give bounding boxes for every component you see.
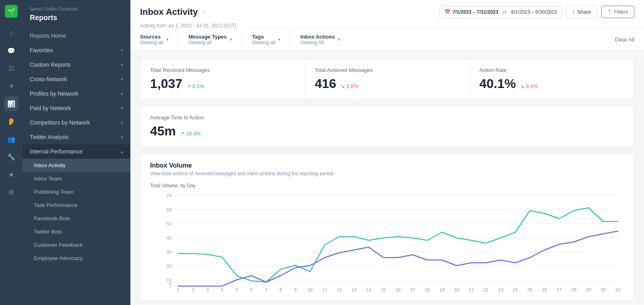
- filter-message-types[interactable]: Message Types Viewing all ▾: [188, 29, 242, 50]
- filter-bar: Sources Viewing all ▾ Message Types View…: [130, 29, 644, 51]
- nav-sub-facebook-bots[interactable]: Facebook Bots: [23, 212, 130, 225]
- page-subtitle: Activity from Jul 1, 2023 - Jul 31, 2023…: [140, 23, 634, 29]
- svg-text:14: 14: [366, 287, 371, 292]
- stat-received-change: ↗ 6.1%: [187, 83, 204, 89]
- current-date-range: 7/1/2023 – 7/31/2023: [453, 9, 498, 15]
- svg-text:3: 3: [206, 287, 209, 292]
- avg-time-change: ↗ 19.9%: [180, 131, 201, 137]
- twitter-chevron: ▾: [121, 135, 123, 140]
- svg-text:6: 6: [250, 287, 253, 292]
- chart-section: Inbox Volume View total volume of receiv…: [140, 154, 634, 301]
- filter-inbox-actions[interactable]: Inbox Actions Viewing All ▾: [300, 29, 350, 50]
- custom-reports-chevron: ▾: [121, 62, 123, 68]
- avg-time-card: Average Time to Action 45m ↗ 19.9%: [140, 106, 634, 147]
- nav-custom-reports[interactable]: Custom Reports ▾: [23, 57, 130, 72]
- nav-profiles-by-network[interactable]: Profiles by Network ▾: [23, 86, 130, 101]
- stat-received-messages: Total Received Messages 1,037 ↗ 6.1%: [140, 59, 305, 99]
- nav-sub-customer-feedback[interactable]: Customer Feedback: [23, 238, 130, 252]
- svg-text:2: 2: [192, 287, 194, 292]
- page-title-area: Inbox Activity ☆: [140, 7, 207, 17]
- internal-chevron: ▴: [121, 149, 123, 154]
- svg-text:24: 24: [513, 287, 518, 292]
- nav-reports-home[interactable]: Reports Home: [23, 29, 130, 43]
- nav-sub-inbox-team[interactable]: Inbox Team: [23, 172, 130, 185]
- message-types-chevron-icon: ▾: [230, 37, 232, 42]
- svg-text:30: 30: [601, 287, 606, 292]
- svg-text:28: 28: [571, 287, 576, 292]
- nav-sub-task-performance[interactable]: Task Performance: [23, 199, 130, 212]
- nav-icon-listening[interactable]: 👂: [4, 114, 19, 129]
- page-header: Inbox Activity ☆ 📅 7/1/2023 – 7/31/2023 …: [130, 0, 644, 29]
- share-button[interactable]: ↑ Share: [566, 6, 597, 18]
- svg-text:10: 10: [308, 287, 313, 292]
- svg-text:40: 40: [166, 235, 171, 240]
- svg-text:0: 0: [169, 282, 172, 287]
- svg-text:18: 18: [425, 287, 430, 292]
- filter-sources[interactable]: Sources Viewing all ▾: [140, 29, 179, 50]
- nav-sub-twitter-bots[interactable]: Twitter Bots: [23, 225, 130, 238]
- stat-received-label: Total Received Messages: [150, 67, 295, 73]
- previous-date-range: 6/1/2023 – 6/30/2023: [511, 9, 557, 15]
- filter-tags[interactable]: Tags Viewing all ▾: [252, 29, 291, 50]
- chart-subtitle: View total volume of received messages a…: [150, 171, 624, 176]
- svg-text:30: 30: [166, 250, 171, 254]
- tags-chevron-icon: ▾: [278, 37, 281, 42]
- svg-text:20: 20: [454, 287, 459, 292]
- nav-icon-publish[interactable]: ✈: [4, 79, 19, 93]
- nav-icon-settings[interactable]: ⚙: [4, 185, 19, 199]
- chart-y-label: Total Volume, by Day: [150, 183, 624, 188]
- filter-icon: ⊤: [607, 9, 612, 15]
- nav-internal-performance[interactable]: Internal Performance ▴: [23, 144, 130, 159]
- svg-text:8: 8: [279, 287, 282, 292]
- svg-text:27: 27: [557, 287, 562, 292]
- nav-sub-publishing-team[interactable]: Publishing Team: [23, 185, 130, 199]
- svg-text:4: 4: [221, 287, 224, 292]
- date-range-button[interactable]: 📅 7/1/2023 – 7/31/2023 vs 6/1/2023 – 6/3…: [439, 6, 562, 18]
- chart-title: Inbox Volume: [150, 162, 624, 169]
- app-title: Reports: [23, 13, 130, 29]
- svg-text:12: 12: [337, 287, 342, 292]
- org-name: Sprout Coffee Corporate: [23, 0, 130, 13]
- nav-icon-reports[interactable]: 📊: [4, 96, 19, 111]
- nav-icon-tasks[interactable]: ☑: [4, 61, 19, 76]
- svg-text:7: 7: [265, 287, 268, 292]
- clear-all-button[interactable]: Clear All: [615, 37, 634, 43]
- nav-favorites[interactable]: Favorites ▾: [23, 43, 130, 57]
- svg-text:26: 26: [542, 287, 547, 292]
- app-logo: 🌱: [5, 5, 18, 18]
- svg-text:16: 16: [395, 287, 400, 292]
- svg-text:20: 20: [166, 264, 171, 268]
- nav-icon-advocacy[interactable]: ★: [4, 167, 19, 182]
- inbox-actions-chevron-icon: ▾: [338, 37, 341, 42]
- page-title: Inbox Activity: [140, 7, 198, 17]
- svg-text:1: 1: [177, 287, 180, 292]
- sources-chevron-icon: ▾: [166, 37, 169, 42]
- nav-sub-inbox-activity[interactable]: Inbox Activity: [23, 159, 130, 172]
- svg-text:70: 70: [166, 193, 171, 198]
- filters-button[interactable]: ⊤ Filters: [601, 6, 634, 18]
- stat-actioned-messages: Total Actioned Messages 416 ↘ 3.5%: [305, 59, 470, 99]
- svg-text:15: 15: [381, 287, 386, 292]
- nav-twitter-analysis[interactable]: Twitter Analysis ▾: [23, 130, 130, 144]
- svg-text:5: 5: [235, 287, 238, 292]
- stat-rate-label: Action Rate: [479, 67, 624, 73]
- content-area: Total Received Messages 1,037 ↗ 6.1% Tot…: [130, 51, 644, 305]
- stat-actioned-value: 416: [315, 76, 336, 91]
- nav-paid-by-network[interactable]: Paid by Network ▾: [23, 101, 130, 115]
- stat-rate-change: ↘ 9.1%: [520, 83, 538, 89]
- favorite-star-icon[interactable]: ☆: [202, 8, 207, 16]
- favorites-chevron: ▾: [121, 48, 123, 53]
- main-content: Inbox Activity ☆ 📅 7/1/2023 – 7/31/2023 …: [130, 0, 644, 305]
- svg-text:31: 31: [615, 287, 620, 292]
- nav-sub-employee-advocacy[interactable]: Employee Advocacy: [23, 252, 130, 265]
- share-icon: ↑: [572, 9, 575, 15]
- nav-icon-inbox[interactable]: 💬: [4, 43, 19, 58]
- nav-icon-integrations[interactable]: 🔧: [4, 149, 19, 164]
- nav-competitors-by-network[interactable]: Competitors by Network ▾: [23, 115, 130, 130]
- stat-rate-value: 40.1%: [479, 76, 516, 91]
- calendar-icon: 📅: [444, 9, 450, 15]
- svg-text:22: 22: [483, 287, 489, 292]
- nav-icon-home[interactable]: ⌂: [4, 26, 19, 40]
- nav-cross-network[interactable]: Cross-Network ▾: [23, 72, 130, 86]
- nav-icon-people[interactable]: 👥: [4, 132, 19, 146]
